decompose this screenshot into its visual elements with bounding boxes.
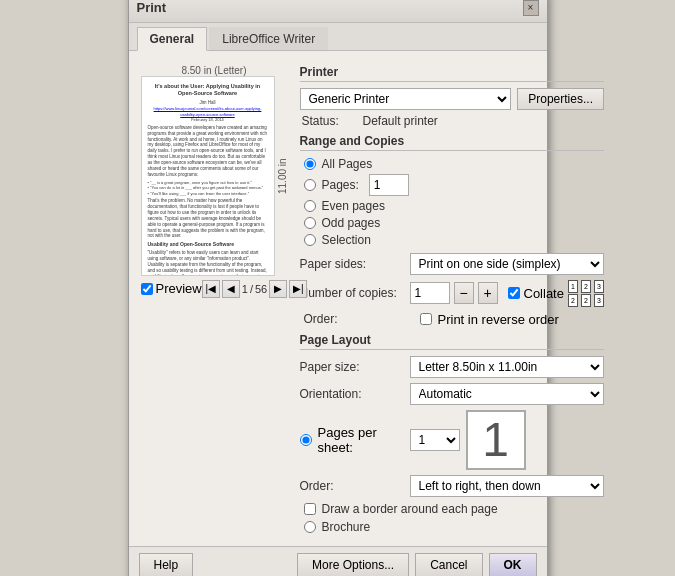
copies-control: − + Collate 1 2 2 xyxy=(410,280,604,307)
paper-size-control: Letter 8.50in x 11.00in xyxy=(410,356,604,378)
document-preview: It's about the User: Applying Usability … xyxy=(141,76,275,276)
copies-input[interactable] xyxy=(410,282,450,304)
printer-section-header: Printer xyxy=(300,65,604,82)
range-copies-section: Range and Copies All Pages Pages: Even p… xyxy=(300,134,604,327)
layout-order-control: Left to right, then down xyxy=(410,475,604,497)
more-options-button[interactable]: More Options... xyxy=(297,553,409,577)
brochure-row: Brochure xyxy=(300,520,604,534)
radio-all-pages-label: All Pages xyxy=(322,157,373,171)
preview-doc-title: It's about the User: Applying Usability … xyxy=(148,83,268,98)
range-options: All Pages Pages: Even pages Odd pages xyxy=(300,157,604,247)
help-button[interactable]: Help xyxy=(139,553,194,577)
width-label: 8.50 in (Letter) xyxy=(141,65,288,76)
orientation-select[interactable]: Automatic xyxy=(410,383,604,405)
page-nav-buttons: |◀ ◀ 1 / 56 ▶ ▶| xyxy=(202,280,307,298)
print-dialog: Print × General LibreOffice Writer 8.50 … xyxy=(128,0,548,576)
radio-even: Even pages xyxy=(300,199,604,213)
copies-plus-button[interactable]: + xyxy=(478,282,498,304)
paper-size-row: Paper size: Letter 8.50in x 11.00in xyxy=(300,356,604,378)
close-button[interactable]: × xyxy=(523,0,539,16)
preview-controls: Preview xyxy=(141,281,202,296)
page-preview-number: 1 xyxy=(466,410,526,470)
collate-stack-2: 2 2 xyxy=(581,280,591,307)
ok-button[interactable]: OK xyxy=(489,553,537,577)
pages-per-sheet-row: Pages per sheet: 1 1 xyxy=(300,410,604,470)
printer-section: Printer Generic Printer Properties... St… xyxy=(300,65,604,128)
radio-even-label: Even pages xyxy=(322,199,385,213)
orientation-row: Orientation: Automatic xyxy=(300,383,604,405)
bottom-bar: Help More Options... Cancel OK xyxy=(129,546,547,577)
collate-checkbox[interactable] xyxy=(508,287,520,299)
next-page-button[interactable]: ▶ xyxy=(269,280,287,298)
paper-sides-control: Print on one side (simplex) xyxy=(410,253,604,275)
printer-select[interactable]: Generic Printer xyxy=(300,88,512,110)
paper-size-label: Paper size: xyxy=(300,360,410,374)
cancel-button[interactable]: Cancel xyxy=(415,553,482,577)
reverse-order-checkbox[interactable] xyxy=(420,313,432,325)
collate-icon: 1 2 2 2 3 3 xyxy=(568,280,604,307)
pages-per-sheet-radio[interactable] xyxy=(300,434,312,446)
brochure-label: Brochure xyxy=(322,520,371,534)
prev-page-button[interactable]: ◀ xyxy=(222,280,240,298)
bottom-left: Help xyxy=(139,553,194,577)
pages-per-sheet-left: Pages per sheet: xyxy=(300,425,410,455)
dialog-body: 8.50 in (Letter) It's about the User: Ap… xyxy=(129,51,547,546)
radio-pages-input[interactable] xyxy=(304,179,316,191)
reverse-order-row: Order: Print in reverse order xyxy=(300,312,604,327)
preview-pane: 8.50 in (Letter) It's about the User: Ap… xyxy=(137,59,292,538)
pages-per-sheet-control: 1 1 xyxy=(410,410,604,470)
page-separator: / xyxy=(250,283,253,295)
radio-selection: Selection xyxy=(300,233,604,247)
height-label: 11.00 in xyxy=(277,76,288,276)
collate-section: Collate 1 2 2 2 xyxy=(508,280,604,307)
dialog-title: Print xyxy=(137,0,167,15)
copies-minus-button[interactable]: − xyxy=(454,282,474,304)
properties-button[interactable]: Properties... xyxy=(517,88,604,110)
tab-writer[interactable]: LibreOffice Writer xyxy=(209,27,328,50)
radio-even-input[interactable] xyxy=(304,200,316,212)
preview-text3: "Usability" refers to how easily users c… xyxy=(148,250,268,275)
radio-selection-label: Selection xyxy=(322,233,371,247)
paper-size-select[interactable]: Letter 8.50in x 11.00in xyxy=(410,356,604,378)
paper-sides-row: Paper sides: Print on one side (simplex) xyxy=(300,253,604,275)
radio-all-pages: All Pages xyxy=(300,157,604,171)
brochure-radio[interactable] xyxy=(304,521,316,533)
pages-per-sheet-select[interactable]: 1 xyxy=(410,429,460,451)
preview-bullets: • "__ is a great program, once you figur… xyxy=(148,180,268,197)
page-total: 56 xyxy=(255,283,267,295)
range-section-header: Range and Copies xyxy=(300,134,604,151)
border-checkbox[interactable] xyxy=(304,503,316,515)
radio-pages-label: Pages: xyxy=(322,178,359,192)
orientation-label: Orientation: xyxy=(300,387,410,401)
radio-all-pages-input[interactable] xyxy=(304,158,316,170)
tab-general[interactable]: General xyxy=(137,27,208,51)
order-label: Order: xyxy=(304,312,414,326)
layout-order-row: Order: Left to right, then down xyxy=(300,475,604,497)
radio-odd-input[interactable] xyxy=(304,217,316,229)
last-page-button[interactable]: ▶| xyxy=(289,280,307,298)
printer-row: Generic Printer Properties... xyxy=(300,88,604,110)
radio-odd: Odd pages xyxy=(300,216,604,230)
radio-pages: Pages: xyxy=(300,174,604,196)
layout-section-header: Page Layout xyxy=(300,333,604,350)
paper-sides-label: Paper sides: xyxy=(300,257,410,271)
preview-text: Open-source software developers have cre… xyxy=(148,125,268,178)
bottom-right: More Options... Cancel OK xyxy=(297,553,536,577)
layout-order-label: Order: xyxy=(300,479,410,493)
page-layout-section: Page Layout Paper size: Letter 8.50in x … xyxy=(300,333,604,534)
copies-label: Number of copies: xyxy=(300,286,410,300)
collate-stack-1: 1 2 xyxy=(568,280,578,307)
border-row: Draw a border around each page xyxy=(300,502,604,516)
status-row: Status: Default printer xyxy=(300,114,604,128)
status-label: Status: xyxy=(302,114,357,128)
radio-selection-input[interactable] xyxy=(304,234,316,246)
preview-checkbox[interactable] xyxy=(141,283,153,295)
layout-order-select[interactable]: Left to right, then down xyxy=(410,475,604,497)
preview-url: https://www.linuxjournal.com/content/its… xyxy=(148,106,268,117)
first-page-button[interactable]: |◀ xyxy=(202,280,220,298)
radio-odd-label: Odd pages xyxy=(322,216,381,230)
paper-sides-select[interactable]: Print on one side (simplex) xyxy=(410,253,604,275)
preview-nav: Preview |◀ ◀ 1 / 56 ▶ ▶| xyxy=(141,280,288,298)
pages-input[interactable] xyxy=(369,174,409,196)
preview-date: February 18, 2014 xyxy=(148,117,268,123)
